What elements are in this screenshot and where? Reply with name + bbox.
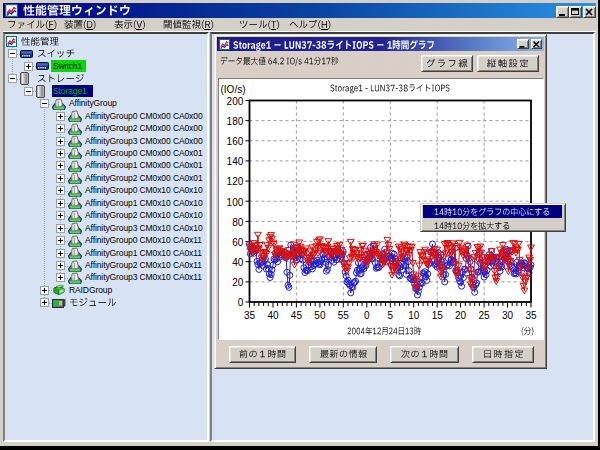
svg-text:55: 55: [337, 310, 349, 321]
svg-text:120: 120: [226, 176, 243, 187]
svg-text:50: 50: [314, 310, 326, 321]
svg-text:140: 140: [226, 156, 243, 167]
svg-text:100: 100: [226, 197, 243, 208]
svg-text:180: 180: [226, 116, 243, 127]
svg-text:0: 0: [237, 297, 243, 308]
svg-text:5: 5: [387, 310, 393, 321]
svg-text:20: 20: [232, 277, 244, 288]
svg-text:30: 30: [501, 310, 513, 321]
svg-text:20: 20: [455, 310, 467, 321]
svg-text:60: 60: [232, 237, 244, 248]
svg-text:35: 35: [525, 310, 537, 321]
svg-text:0: 0: [364, 310, 370, 321]
svg-text:15: 15: [431, 310, 443, 321]
svg-text:40: 40: [267, 310, 279, 321]
svg-text:40: 40: [232, 257, 244, 268]
svg-text:160: 160: [226, 136, 243, 147]
svg-text:10: 10: [408, 310, 420, 321]
svg-text:45: 45: [290, 310, 302, 321]
svg-text:200: 200: [226, 96, 243, 107]
svg-text:25: 25: [478, 310, 490, 321]
svg-text:80: 80: [232, 217, 244, 228]
svg-text:35: 35: [243, 310, 255, 321]
